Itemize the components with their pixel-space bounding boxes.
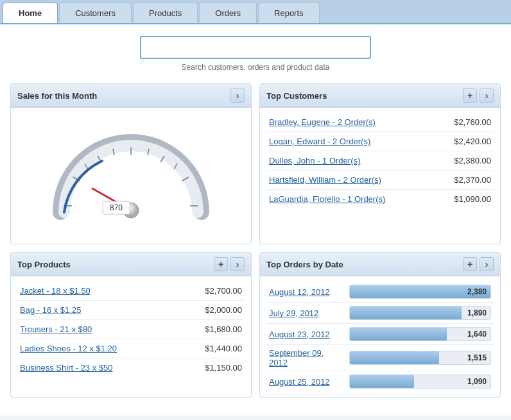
tab-products[interactable]: Products [133, 3, 198, 23]
gauge-container: 870 [17, 113, 245, 239]
product-link[interactable]: Ladies Shoes - 12 x $1.20 [20, 344, 117, 353]
customer-row: Hartsfield, William - 2 Order(s)$2,370.0… [266, 171, 494, 190]
customer-link[interactable]: Dulles, John - 1 Order(s) [269, 156, 360, 165]
top-products-widget: Top Products + › Jacket - 18 x $1.50$2,7… [10, 252, 252, 398]
order-row: August 12, 2012 2,380 [266, 281, 494, 303]
customer-amount: $2,420.00 [454, 137, 491, 146]
top-orders-add-button[interactable]: + [463, 257, 477, 271]
top-orders-btns: + › [463, 257, 494, 271]
top-products-add-button[interactable]: + [214, 257, 228, 271]
product-row: Business Shirt - 23 x $50$1,150.00 [17, 358, 245, 377]
top-orders-body: August 12, 2012 2,380 July 29, 2012 1,89… [260, 276, 500, 397]
order-bar-value: 1,640 [467, 330, 487, 339]
top-customers-body: Bradley, Eugene - 2 Order(s)$2,760.00Log… [260, 108, 500, 214]
tab-orders[interactable]: Orders [199, 3, 257, 23]
order-bar [350, 307, 462, 319]
top-customers-title: Top Customers [266, 91, 327, 101]
sales-widget-btns: › [230, 88, 245, 103]
customer-amount: $2,760.00 [454, 117, 491, 127]
order-row: July 29, 2012 1,890 [266, 303, 494, 324]
product-amount: $2,700.00 [205, 286, 242, 296]
customer-link[interactable]: Logan, Edward - 2 Order(s) [269, 137, 370, 146]
top-orders-header: Top Orders by Date + › [260, 253, 500, 276]
order-date-link[interactable]: August 25, 2012 [269, 377, 343, 387]
top-products-next-button[interactable]: › [230, 257, 245, 271]
svg-text:870: 870 [110, 203, 123, 212]
sales-widget: Sales for this Month › [10, 83, 252, 244]
top-products-body: Jacket - 18 x $1.50$2,700.00Bag - 16 x $… [11, 276, 251, 382]
order-bar-container: 1,515 [349, 351, 491, 365]
top-products-title: Top Products [17, 260, 71, 269]
top-customers-widget: Top Customers + › Bradley, Eugene - 2 Or… [259, 83, 501, 244]
order-bar-value: 1,890 [467, 308, 487, 317]
order-bar-value: 1,515 [467, 353, 487, 362]
customer-link[interactable]: Bradley, Eugene - 2 Order(s) [269, 117, 376, 127]
top-customers-header: Top Customers + › [260, 84, 500, 108]
customer-amount: $2,370.00 [454, 175, 491, 185]
customer-link[interactable]: LaGuardia, Fiorello - 1 Order(s) [269, 194, 385, 204]
tab-bar: Home Customers Products Orders Reports [0, 0, 511, 24]
widget-row-1: Sales for this Month › [10, 83, 501, 244]
order-date-link[interactable]: September 09, 2012 [269, 348, 343, 367]
product-row: Ladies Shoes - 12 x $1.20$1,440.00 [17, 339, 245, 358]
order-row: August 25, 2012 1,090 [266, 371, 494, 392]
product-amount: $2,000.00 [205, 305, 242, 315]
top-products-header: Top Products + › [11, 253, 251, 276]
product-amount: $1,440.00 [205, 344, 242, 353]
customer-row: LaGuardia, Fiorello - 1 Order(s)$1,090.0… [266, 190, 494, 208]
order-bar-container: 2,380 [349, 285, 491, 299]
product-amount: $1,150.00 [205, 363, 242, 373]
customer-row: Logan, Edward - 2 Order(s)$2,420.00 [266, 132, 494, 151]
order-bar-container: 1,640 [349, 327, 491, 341]
search-area: Search customers, orders and product dat… [0, 24, 511, 77]
product-row: Trousers - 21 x $80$1,680.00 [17, 320, 245, 339]
top-orders-title: Top Orders by Date [266, 260, 343, 269]
product-row: Jacket - 18 x $1.50$2,700.00 [17, 281, 245, 301]
tab-customers[interactable]: Customers [59, 3, 132, 23]
tab-home[interactable]: Home [3, 3, 58, 23]
sales-widget-title: Sales for this Month [17, 91, 97, 101]
top-orders-widget: Top Orders by Date + › August 12, 2012 2… [259, 252, 501, 398]
product-link[interactable]: Jacket - 18 x $1.50 [20, 286, 91, 296]
customer-amount: $1,090.00 [454, 194, 491, 204]
widget-row-2: Top Products + › Jacket - 18 x $1.50$2,7… [10, 252, 501, 398]
main-content: Sales for this Month › [0, 77, 511, 416]
top-products-btns: + › [214, 257, 245, 271]
customer-row: Dulles, John - 1 Order(s)$2,380.00 [266, 151, 494, 171]
order-bar-container: 1,890 [349, 306, 491, 320]
order-bar-value: 1,090 [467, 377, 487, 386]
order-bar [350, 351, 439, 364]
order-date-link[interactable]: August 23, 2012 [269, 330, 343, 339]
top-orders-next-button[interactable]: › [480, 257, 494, 271]
customer-row: Bradley, Eugene - 2 Order(s)$2,760.00 [266, 113, 494, 132]
order-date-link[interactable]: August 12, 2012 [269, 287, 343, 297]
top-customers-add-button[interactable]: + [463, 88, 477, 103]
product-amount: $1,680.00 [205, 324, 242, 334]
top-customers-btns: + › [463, 88, 494, 103]
gauge-svg: 870 [41, 119, 221, 228]
product-link[interactable]: Bag - 16 x $1.25 [20, 305, 81, 315]
order-bar [350, 328, 447, 340]
order-bar-container: 1,090 [349, 374, 491, 389]
tab-reports[interactable]: Reports [258, 3, 320, 23]
product-row: Bag - 16 x $1.25$2,000.00 [17, 301, 245, 320]
sales-next-button[interactable]: › [230, 88, 245, 103]
search-input[interactable] [140, 36, 371, 59]
sales-widget-body: 870 [11, 108, 251, 244]
search-hint: Search customers, orders and product dat… [6, 63, 505, 72]
order-bar [350, 375, 414, 388]
order-row: September 09, 2012 1,515 [266, 345, 494, 371]
product-link[interactable]: Trousers - 21 x $80 [20, 324, 92, 334]
customer-link[interactable]: Hartsfield, William - 2 Order(s) [269, 175, 381, 185]
top-customers-next-button[interactable]: › [480, 88, 494, 103]
order-bar-value: 2,380 [467, 287, 487, 296]
sales-widget-header: Sales for this Month › [11, 84, 251, 108]
customer-amount: $2,380.00 [454, 156, 491, 165]
order-date-link[interactable]: July 29, 2012 [269, 308, 343, 318]
order-row: August 23, 2012 1,640 [266, 324, 494, 345]
product-link[interactable]: Business Shirt - 23 x $50 [20, 363, 113, 373]
